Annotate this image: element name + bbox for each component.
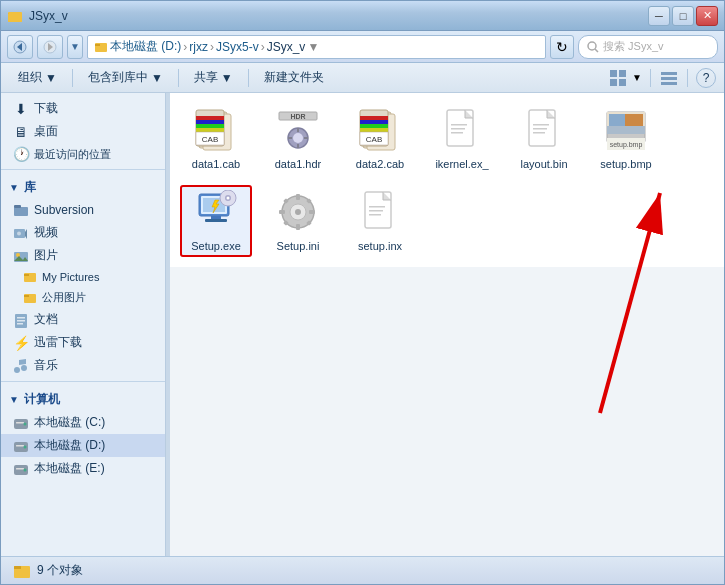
sidebar-item-xunlei[interactable]: ⚡ 迅雷下载 [1,331,165,354]
help-button[interactable]: ? [696,68,716,88]
computer-collapse-icon: ▼ [9,394,19,405]
svg-rect-118 [369,214,381,216]
svg-rect-16 [661,77,677,80]
sidebar-item-pictures[interactable]: 图片 [1,244,165,267]
refresh-button[interactable]: ↻ [550,35,574,59]
sidebar-item-subversion[interactable]: Subversion [1,199,165,221]
sidebar-item-music[interactable]: 音乐 [1,354,165,377]
file-item-data1-hdr[interactable]: HDR data1.hdr [262,103,334,175]
file-item-layout[interactable]: layout.bin [508,103,580,175]
status-count: 9 个对象 [37,562,83,579]
file-label-data1-cab: data1.cab [192,158,240,171]
svg-text:CAB: CAB [366,135,382,144]
new-folder-button[interactable]: 新建文件夹 [255,67,333,89]
breadcrumb-item-1[interactable]: 本地磁盘 (D:) [110,38,181,55]
include-button[interactable]: 包含到库中 ▼ [79,67,172,89]
svg-point-22 [17,231,21,235]
breadcrumb-item-3[interactable]: JSyx5-v [216,40,259,54]
file-icon-setup-bmp: setup.bmp [602,107,650,155]
file-item-setup-exe[interactable]: Setup.exe [180,185,252,257]
svg-rect-60 [288,137,292,139]
sidebar-item-my-pictures[interactable]: My Pictures [1,267,165,287]
share-button[interactable]: 共享 ▼ [185,67,242,89]
forward-icon [43,40,57,54]
close-button[interactable]: ✕ [696,6,718,26]
svg-point-35 [21,365,27,371]
breadcrumb-sep-2: › [210,40,214,54]
inx-icon [357,190,403,236]
toolbar-separator-5 [687,69,688,87]
desktop-icon: 🖥 [13,124,29,140]
maximize-button[interactable]: □ [672,6,694,26]
svg-rect-65 [360,116,388,120]
file-item-data1-cab[interactable]: CAB data1.cab [180,103,252,175]
file-content[interactable]: CAB data1.cab HDR [170,93,724,267]
ini-icon [275,190,321,236]
sidebar-item-drive-c[interactable]: 本地磁盘 (C:) [1,411,165,434]
minimize-button[interactable]: ─ [648,6,670,26]
breadcrumb-bar: 本地磁盘 (D:) › rjxz › JSyx5-v › JSyx_v ▼ [87,35,546,59]
file-item-setup-ini[interactable]: Setup.ini [262,185,334,257]
breadcrumb-item-2[interactable]: rjxz [189,40,208,54]
svg-rect-68 [360,128,388,132]
sidebar-libraries-header[interactable]: ▼ 库 [1,174,165,199]
dropdown-button[interactable]: ▼ [67,35,83,59]
breadcrumb-item-4[interactable]: JSyx_v [267,40,306,54]
file-item-setup-inx[interactable]: setup.inx [344,185,416,257]
svg-line-10 [595,49,598,52]
sidebar-item-documents[interactable]: 文档 [1,308,165,331]
window-title: JSyx_v [29,9,68,23]
organize-button[interactable]: 组织 ▼ [9,67,66,89]
svg-rect-83 [533,128,547,130]
file-item-ikernel[interactable]: ikernel.ex_ [426,103,498,175]
sidebar: ⬇ 下载 🖥 桌面 🕐 最近访问的位置 ▼ 库 [1,93,166,556]
hdr-icon: HDR [275,108,321,154]
generic-file-icon [439,108,485,154]
svg-point-38 [24,422,27,425]
file-item-setup-bmp[interactable]: setup.bmp setup.bmp [590,103,662,175]
toolbar-separator-2 [178,69,179,87]
forward-button[interactable] [37,35,63,59]
documents-icon [13,312,29,328]
svg-rect-40 [16,445,24,447]
sidebar-item-desktop[interactable]: 🖥 桌面 [1,120,165,143]
sidebar-item-drive-e[interactable]: 本地磁盘 (E:) [1,457,165,480]
sidebar-item-drive-d[interactable]: 本地磁盘 (D:) [1,434,165,457]
window-icon [7,8,23,24]
file-icon-data1-hdr: HDR [274,107,322,155]
svg-rect-27 [24,274,29,276]
sidebar-item-video[interactable]: 视频 [1,221,165,244]
svg-rect-15 [661,72,677,75]
file-icon-data2-cab: CAB [356,107,404,155]
sidebar-item-public-pictures[interactable]: 公用图片 [1,287,165,308]
svg-rect-84 [533,132,545,134]
svg-rect-61 [304,137,308,139]
view-grid-icon[interactable] [608,68,628,88]
svg-rect-122 [14,566,21,569]
drive-e-icon [13,461,29,477]
view-dropdown-icon[interactable]: ▼ [632,72,642,83]
svg-rect-58 [297,128,299,132]
window-controls: ─ □ ✕ [648,6,718,26]
sidebar-item-download[interactable]: ⬇ 下载 [1,97,165,120]
subversion-icon [13,202,29,218]
svg-rect-37 [16,422,24,424]
recent-icon: 🕐 [13,146,29,162]
search-bar[interactable]: 搜索 JSyx_v [578,35,718,59]
svg-point-24 [16,253,20,257]
my-pictures-folder-icon [23,270,37,284]
cab-icon: CAB [193,108,239,154]
svg-rect-43 [16,468,24,470]
sidebar-computer-header[interactable]: ▼ 计算机 [1,386,165,411]
file-item-data2-cab[interactable]: CAB data2.cab [344,103,416,175]
music-icon [13,358,29,374]
statusbar: 9 个对象 [1,556,724,584]
exe-icon [193,190,239,236]
view-list-icon[interactable] [659,68,679,88]
sidebar-item-recent[interactable]: 🕐 最近访问的位置 [1,143,165,165]
back-button[interactable] [7,35,33,59]
svg-rect-12 [619,70,626,77]
file-icon-data1-cab: CAB [192,107,240,155]
svg-rect-31 [17,317,25,319]
bin-file-icon [521,108,567,154]
